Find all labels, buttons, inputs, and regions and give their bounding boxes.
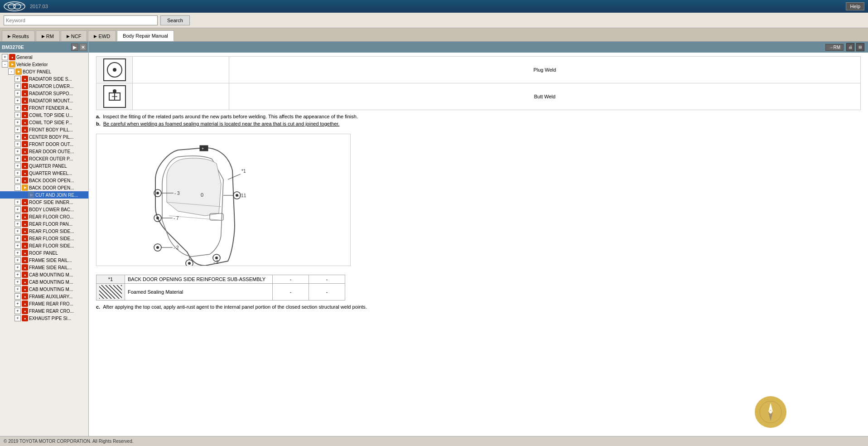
tree-icon-31: ● xyxy=(22,279,28,285)
tree-item-35[interactable]: +●FRAME REAR CRO... xyxy=(0,307,88,315)
tree-expand-32[interactable]: + xyxy=(14,286,21,292)
tree-item-13[interactable]: +●REAR DOOR OUTE... xyxy=(0,148,88,155)
tree-expand-7[interactable]: + xyxy=(14,105,21,111)
tree-expand-33[interactable]: + xyxy=(14,293,21,300)
tree-expand-4[interactable]: + xyxy=(14,83,21,89)
svg-point-36 xyxy=(188,262,191,265)
search-button[interactable]: Search xyxy=(160,15,190,25)
tree-expand-21[interactable]: + xyxy=(14,206,21,213)
tree-item-8[interactable]: +●COWL TOP SIDE U... xyxy=(0,112,88,119)
tree-expand-3[interactable]: + xyxy=(14,76,21,82)
tree-expand-13[interactable]: + xyxy=(14,148,21,155)
tree-item-4[interactable]: +●RADIATOR LOWER... xyxy=(0,82,88,90)
tree-expand-23[interactable]: + xyxy=(14,221,21,227)
tab-ncf[interactable]: ▶ NCF xyxy=(61,30,87,41)
tree-label-3: RADIATOR SIDE S... xyxy=(29,77,72,82)
tree-expand-15[interactable]: + xyxy=(14,163,21,169)
tree-item-29[interactable]: +●FRAME SIDE RAIL... xyxy=(0,264,88,271)
rm-nav-button[interactable]: →RM xyxy=(825,44,844,51)
note-b-letter: b. xyxy=(96,121,101,126)
tree-item-22[interactable]: +●REAR FLOOR CRO... xyxy=(0,213,88,220)
tree-expand-2[interactable]: - xyxy=(8,68,14,75)
tree-expand-27[interactable]: + xyxy=(14,250,21,256)
tree-item-33[interactable]: +●FRAME AUXILIARY... xyxy=(0,293,88,300)
tree-item-32[interactable]: +●CAB MOUNTING M... xyxy=(0,286,88,293)
tree-item-11[interactable]: +●CENTER BODY PIL... xyxy=(0,133,88,141)
tree-item-36[interactable]: +●EXHAUST PIPE SI... xyxy=(0,315,88,322)
tree-item-5[interactable]: +●RADIATOR SUPPO... xyxy=(0,90,88,97)
tree-expand-1[interactable]: - xyxy=(2,61,8,68)
tree-expand-24[interactable]: + xyxy=(14,228,21,234)
tree-expand-35[interactable]: + xyxy=(14,308,21,314)
tree-expand-10[interactable]: + xyxy=(14,126,21,133)
tab-results[interactable]: ▶ Results xyxy=(2,30,35,41)
tree-item-17[interactable]: +●BACK DOOR OPEN... xyxy=(0,177,88,184)
tree-icon-22: ● xyxy=(22,213,28,220)
tree-item-12[interactable]: +●FRONT DOOR OUT... xyxy=(0,141,88,148)
tree-expand-26[interactable]: + xyxy=(14,242,21,249)
tab-rm[interactable]: ▶ RM xyxy=(36,30,60,41)
tree-item-28[interactable]: +●FRAME SIDE RAIL... xyxy=(0,257,88,264)
print-icon[interactable]: 🖨 xyxy=(846,43,854,51)
tree-expand-5[interactable]: + xyxy=(14,90,21,97)
tree-item-0[interactable]: +●General xyxy=(0,53,88,61)
tree-item-21[interactable]: +●BODY LOWER BAC... xyxy=(0,206,88,213)
tab-ewd[interactable]: ▶ EWD xyxy=(88,30,116,41)
tree-expand-22[interactable]: + xyxy=(14,213,21,220)
butt-weld-image xyxy=(103,85,126,108)
tree-expand-14[interactable]: + xyxy=(14,155,21,162)
tree-expand-29[interactable]: + xyxy=(14,264,21,271)
tree-item-14[interactable]: +●ROCKER OUTER P... xyxy=(0,155,88,162)
tree-item-20[interactable]: +●ROOF SIDE INNER... xyxy=(0,199,88,206)
tree-expand-31[interactable]: + xyxy=(14,279,21,285)
tree-item-7[interactable]: +●FRONT FENDER A... xyxy=(0,104,88,112)
tree-expand-16[interactable]: + xyxy=(14,170,21,176)
tree-item-18[interactable]: -▶BACK DOOR OPEN... xyxy=(0,184,88,191)
tree-label-10: FRONT BODY PILL... xyxy=(29,127,73,132)
search-input[interactable] xyxy=(4,15,158,25)
tree-item-19[interactable]: ▷CUT AND JOIN RE... xyxy=(0,191,88,199)
tree-expand-25[interactable]: + xyxy=(14,235,21,242)
tree-item-27[interactable]: +●ROOF PANEL xyxy=(0,249,88,257)
tree-icon-16: ● xyxy=(22,170,28,176)
tree-item-15[interactable]: +●QUARTER PANEL xyxy=(0,162,88,170)
tree-icon-8: ● xyxy=(22,112,28,118)
tree-item-26[interactable]: +●REAR FLOOR SIDE... xyxy=(0,242,88,249)
tree-item-25[interactable]: +●REAR FLOOR SIDE... xyxy=(0,235,88,242)
tree-expand-9[interactable]: + xyxy=(14,119,21,126)
tree-item-34[interactable]: +●FRAME REAR FRO... xyxy=(0,300,88,307)
tree-item-3[interactable]: +●RADIATOR SIDE S... xyxy=(0,75,88,82)
tree-item-1[interactable]: -▶Vehicle Exterior xyxy=(0,61,88,68)
tab-body-repair[interactable]: Body Repair Manual xyxy=(117,30,174,41)
tree-expand-18[interactable]: - xyxy=(14,184,21,191)
tree-expand-36[interactable]: + xyxy=(14,315,21,321)
tree-label-27: ROOF PANEL xyxy=(29,251,58,256)
svg-point-40 xyxy=(215,257,218,259)
tree-expand-28[interactable]: + xyxy=(14,257,21,263)
tree-expand-0[interactable]: + xyxy=(2,54,8,60)
tree-expand-8[interactable]: + xyxy=(14,112,21,118)
help-button[interactable]: Help xyxy=(846,2,864,10)
tree-expand-6[interactable]: + xyxy=(14,97,21,104)
panel-nav-button[interactable]: ▶ xyxy=(71,44,78,51)
svg-text:- 3: - 3 xyxy=(186,265,192,266)
tree-item-10[interactable]: +●FRONT BODY PILL... xyxy=(0,126,88,133)
svg-point-17 xyxy=(156,192,159,194)
tree-item-24[interactable]: +●REAR FLOOR SIDE... xyxy=(0,228,88,235)
tree-expand-11[interactable]: + xyxy=(14,134,21,140)
tree-item-9[interactable]: +●COWL TOP SIDE P... xyxy=(0,119,88,126)
tree-icon-15: ● xyxy=(22,163,28,169)
tree-expand-12[interactable]: + xyxy=(14,141,21,147)
tree-item-16[interactable]: +●QUARTER WHEEL... xyxy=(0,170,88,177)
tree-expand-30[interactable]: + xyxy=(14,271,21,278)
tree-item-31[interactable]: +●CAB MOUNTING M... xyxy=(0,278,88,286)
tree-expand-17[interactable]: + xyxy=(14,177,21,184)
tree-expand-34[interactable]: + xyxy=(14,301,21,307)
tree-item-30[interactable]: +●CAB MOUNTING M... xyxy=(0,271,88,278)
tree-expand-20[interactable]: + xyxy=(14,199,21,205)
panel-close-button[interactable]: ✕ xyxy=(79,44,87,51)
tree-item-23[interactable]: +●REAR FLOOR PAN... xyxy=(0,220,88,228)
tree-item-6[interactable]: +●RADIATOR MOUNT... xyxy=(0,97,88,104)
bookmark-icon[interactable]: ⊞ xyxy=(856,43,864,51)
tree-item-2[interactable]: -▶BODY PANEL xyxy=(0,68,88,75)
